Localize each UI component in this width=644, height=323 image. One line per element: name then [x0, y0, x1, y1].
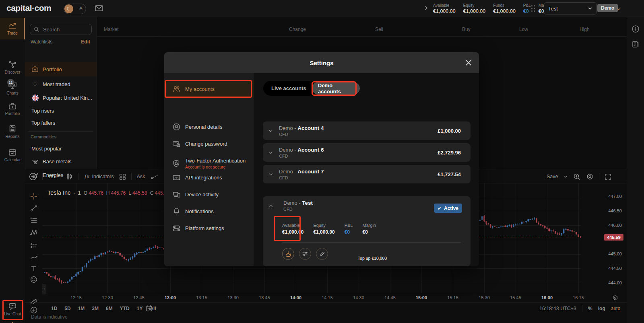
theme-toggle[interactable]: ☾ ☀: [64, 4, 86, 14]
nav-item-notifications[interactable]: Notifications: [164, 203, 254, 220]
watchlist-item-top-risers[interactable]: Top risers: [25, 105, 97, 117]
nav-item-device-activity[interactable]: Device activity: [164, 186, 254, 203]
brush-tool[interactable]: [29, 253, 38, 262]
watchlist-item-most-popular[interactable]: Most popular: [25, 142, 97, 154]
pattern-tool[interactable]: [29, 228, 38, 237]
go-to-date-icon[interactable]: [146, 305, 153, 312]
range-button[interactable]: 3M: [89, 305, 101, 312]
log-scale-button[interactable]: log: [598, 306, 605, 311]
check-icon: ✓: [438, 206, 442, 211]
auto-scale-button[interactable]: auto: [611, 306, 620, 311]
sidebar-item-discover[interactable]: Discover: [0, 56, 25, 78]
search-input-wrap[interactable]: [30, 24, 92, 35]
range-button[interactable]: 1M: [75, 305, 88, 312]
forecast-tool[interactable]: [29, 241, 38, 250]
watchlist-label: Energies: [43, 172, 63, 178]
nav-item-platform-settings[interactable]: Platform settings: [164, 220, 254, 237]
nav-item-api-integrations[interactable]: API API integrations: [164, 169, 254, 186]
watchlist-item-popular-uk[interactable]: Popular: United Kin...: [25, 91, 97, 105]
sidebar-item-settings[interactable]: ⚙ Settings: [0, 318, 25, 323]
sidebar-item-trade[interactable]: Trade: [0, 18, 25, 39]
divider: [282, 242, 461, 243]
watchlist-item-most-traded[interactable]: ♡ Most traded: [25, 77, 97, 91]
uk-flag-icon: [32, 95, 39, 101]
drag-handle-icon[interactable]: [531, 5, 535, 12]
save-button[interactable]: Save: [547, 174, 558, 179]
time-axis[interactable]: 12:1512:3012:4513:0013:1513:3013:4514:00…: [42, 293, 581, 303]
zoom-in-tool[interactable]: [29, 306, 38, 315]
trendline-tool[interactable]: [29, 204, 38, 213]
account-settings-button[interactable]: [299, 248, 311, 260]
column-low: Low: [519, 27, 528, 32]
top-up-button[interactable]: [282, 248, 294, 260]
account-row[interactable]: Demo - Account 6 CFD £2,729.96: [263, 143, 471, 162]
time-tick: 15:00: [410, 295, 433, 300]
percent-scale-button[interactable]: %: [588, 306, 592, 311]
nav-item-my-accounts[interactable]: My accounts: [164, 80, 254, 98]
watchlist-item-energies[interactable]: Energies: [25, 168, 97, 182]
accounts-tabs: Live accounts Demo accounts: [263, 81, 360, 96]
fib-retracement-tool[interactable]: [29, 216, 38, 225]
modal-header: Settings: [164, 52, 479, 73]
quick-search-icon[interactable]: [573, 173, 581, 181]
price-mode-button[interactable]: Ask: [137, 174, 145, 179]
nav-item-personal-details[interactable]: Personal details: [164, 118, 254, 135]
range-button[interactable]: YTD: [117, 305, 132, 312]
watchlist-item-top-fallers[interactable]: Top fallers: [25, 117, 97, 129]
line-style-icon[interactable]: [151, 173, 159, 180]
mode-chevron-icon[interactable]: [616, 6, 621, 12]
app: capital·com ☾ ☀ Available €1,000.00 Equi…: [0, 0, 644, 323]
account-prefix: Demo -: [279, 125, 297, 131]
emoji-tool[interactable]: [29, 275, 38, 284]
stat-item: P&L €0: [345, 223, 353, 235]
search-input[interactable]: [42, 26, 84, 33]
mail-icon[interactable]: [95, 5, 103, 11]
collapse-toolbar-handle[interactable]: ‹: [42, 284, 46, 294]
account-prefix: Demo -: [279, 147, 297, 153]
account-row[interactable]: Demo - Account 4 CFD £1,000.00: [263, 121, 471, 140]
sidebar-item-charts[interactable]: 11 Charts: [0, 77, 25, 99]
account-row[interactable]: Demo - Account 7 CFD £1,727.54: [263, 165, 471, 183]
session-clock[interactable]: 16:18:43 UTC+3: [539, 306, 576, 311]
watchlist-item-base-metals[interactable]: Base metals: [25, 154, 97, 168]
crosshair-tool[interactable]: [29, 192, 38, 201]
stat-value: €1,000.00: [463, 8, 486, 14]
sidebar-item-reports[interactable]: Reports: [0, 121, 25, 142]
rename-account-button[interactable]: [316, 248, 328, 260]
sidebar: Trade Discover 11 Charts Portfolio Repor…: [0, 17, 25, 323]
account-selector[interactable]: Test: [544, 2, 597, 14]
range-button[interactable]: 1Y: [134, 305, 146, 312]
layout-grid-button[interactable]: [119, 173, 126, 180]
close-icon[interactable]: [464, 59, 473, 67]
svg-text:API: API: [174, 176, 178, 179]
info-icon[interactable]: [632, 25, 640, 33]
watchlist-item-portfolio[interactable]: Portfolio: [25, 62, 97, 76]
range-button[interactable]: 1D: [48, 305, 60, 312]
watchlist-label: Most popular: [31, 146, 62, 152]
chevron-down-icon[interactable]: [268, 128, 274, 134]
chevron-down-icon[interactable]: [268, 171, 274, 177]
chevron-down-icon[interactable]: [268, 150, 274, 156]
tab-live-accounts[interactable]: Live accounts: [263, 85, 314, 91]
watchlists-edit-button[interactable]: Edit: [81, 39, 90, 45]
chart-settings-icon[interactable]: [586, 173, 594, 181]
tab-demo-accounts[interactable]: Demo accounts: [312, 82, 360, 95]
text-tool[interactable]: [29, 264, 38, 273]
time-tick: 12:45: [128, 295, 150, 300]
ruler-tool[interactable]: [29, 296, 38, 305]
chevron-down-icon[interactable]: [564, 175, 568, 179]
fullscreen-icon[interactable]: [605, 173, 611, 180]
price-axis[interactable]: 445.59 447.00446.50446.00445.00444.50444…: [581, 183, 627, 293]
range-button[interactable]: 6M: [103, 305, 116, 312]
range-button[interactable]: 5D: [62, 305, 73, 312]
nav-item-change-password[interactable]: Change password: [164, 135, 254, 152]
stat-label: Available: [282, 223, 303, 228]
sidebar-item-portfolio[interactable]: Portfolio: [0, 98, 25, 120]
sidebar-item-live-chat[interactable]: Live Chat: [0, 298, 25, 320]
symbol-name[interactable]: Tesla Inc: [47, 189, 70, 196]
axis-settings-icon[interactable]: [612, 295, 618, 301]
sidebar-item-calendar[interactable]: Calendar: [0, 144, 25, 166]
news-icon[interactable]: [632, 40, 640, 48]
expand-stats-chevron[interactable]: [423, 5, 429, 11]
chevron-up-icon[interactable]: [268, 203, 274, 209]
